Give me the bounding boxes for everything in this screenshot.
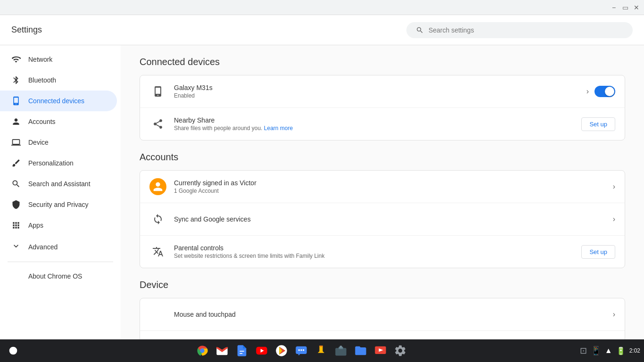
taskbar-app-keep[interactable]: [312, 341, 330, 360]
signed-in-action: ›: [613, 182, 615, 191]
mouse-title: Mouse and touchpad: [174, 311, 613, 318]
taskbar-app-docs[interactable]: [232, 341, 251, 360]
galaxy-subtitle: Enabled: [174, 92, 586, 99]
sync-action: ›: [613, 215, 615, 223]
brush-icon: [11, 158, 21, 168]
nearby-share-icon: [152, 118, 164, 130]
parental-title: Parental controls: [174, 244, 581, 252]
svg-point-2: [200, 348, 204, 353]
mouse-chevron: ›: [613, 310, 615, 319]
sidebar-advanced-label: Advanced: [28, 243, 58, 251]
sidebar-item-network[interactable]: Network: [0, 49, 117, 70]
parental-subtitle: Set website restrictions & screen time l…: [174, 253, 581, 259]
galaxy-action: ›: [586, 86, 615, 97]
sync-chevron: ›: [613, 215, 615, 223]
avatar-container: [149, 178, 166, 195]
search-icon: [416, 26, 424, 34]
avatar: [149, 178, 166, 195]
launcher-button[interactable]: [4, 341, 23, 360]
sidebar-item-advanced[interactable]: Advanced: [0, 236, 121, 258]
signed-in-chevron: ›: [613, 182, 615, 191]
taskbar-app-youtube[interactable]: [252, 341, 271, 360]
taskbar-app-gmail[interactable]: [213, 341, 231, 360]
minimize-button[interactable]: −: [610, 4, 618, 11]
expand-icon: [11, 241, 21, 252]
accounts-title: Accounts: [140, 152, 625, 163]
sidebar-accounts-label: Accounts: [28, 118, 56, 125]
maximize-button[interactable]: ▭: [621, 4, 629, 11]
accounts-card: Currently signed in as Victor 1 Google A…: [140, 170, 625, 268]
close-button[interactable]: ✕: [633, 4, 640, 11]
sidebar-item-connected-devices[interactable]: Connected devices: [0, 90, 117, 111]
keyboard-row[interactable]: Keyboard ›: [140, 331, 625, 339]
parental-content: Parental controls Set website restrictio…: [174, 244, 581, 259]
connected-devices-title: Connected devices: [140, 57, 625, 67]
main-content: Connected devices Galaxy M31s Enabled ›: [121, 45, 644, 339]
sync-icon: [152, 214, 164, 225]
body: Network Bluetooth Connected devices Acco…: [0, 45, 644, 339]
shield-icon: [11, 200, 21, 209]
svg-rect-11: [319, 346, 322, 347]
battery-icon: 🔋: [616, 346, 626, 355]
signed-in-row[interactable]: Currently signed in as Victor 1 Google A…: [140, 171, 625, 203]
galaxy-row[interactable]: Galaxy M31s Enabled ›: [140, 75, 625, 108]
device-section: Device Mouse and touchpad ›: [140, 280, 625, 339]
svg-point-10: [303, 349, 305, 351]
nearby-share-title: Nearby Share: [174, 116, 581, 124]
phone-icon: [152, 86, 164, 97]
sidebar-item-device[interactable]: Device: [0, 132, 117, 153]
mouse-content: Mouse and touchpad: [174, 311, 613, 318]
devices-icon: [11, 96, 21, 106]
sidebar-item-about[interactable]: About Chrome OS: [0, 266, 117, 287]
svg-rect-14: [340, 346, 342, 348]
sidebar-search-label: Search and Assistant: [28, 180, 91, 188]
parental-action: Set up: [581, 245, 615, 259]
svg-point-0: [9, 347, 17, 355]
sidebar-item-security-privacy[interactable]: Security and Privacy: [0, 194, 117, 215]
taskbar-app-chrome[interactable]: [193, 341, 212, 360]
sidebar-connected-label: Connected devices: [28, 97, 84, 105]
sidebar-item-bluetooth[interactable]: Bluetooth: [0, 70, 117, 90]
sidebar-security-label: Security and Privacy: [28, 201, 89, 208]
mouse-row[interactable]: Mouse and touchpad ›: [140, 298, 625, 331]
bluetooth-icon: [11, 75, 21, 85]
search-circle-icon: [11, 179, 21, 189]
galaxy-toggle[interactable]: [594, 86, 615, 97]
sidebar-item-apps[interactable]: Apps: [0, 215, 117, 236]
sync-row[interactable]: Sync and Google services ›: [140, 203, 625, 236]
taskbar-app-messages[interactable]: [292, 341, 311, 360]
sidebar-item-personalization[interactable]: Personalization: [0, 153, 117, 173]
nearby-share-setup-button[interactable]: Set up: [581, 117, 615, 131]
accounts-section: Accounts Currently signed in as Victor 1…: [140, 152, 625, 268]
phone-hub-icon: 📱: [591, 346, 601, 356]
sidebar-apps-label: Apps: [28, 222, 43, 229]
parental-row[interactable]: Parental controls Set website restrictio…: [140, 236, 625, 268]
connected-devices-section: Connected devices Galaxy M31s Enabled ›: [140, 57, 625, 140]
nearby-share-row[interactable]: Nearby Share Share files with people aro…: [140, 108, 625, 140]
person-icon: [11, 117, 21, 126]
mouse-icon-container: [149, 306, 166, 323]
app-container: Settings Network Bluetooth: [0, 15, 644, 362]
taskbar-app-play[interactable]: [272, 341, 291, 360]
taskbar-app-toolbox[interactable]: [331, 341, 350, 360]
parental-setup-button[interactable]: Set up: [581, 245, 615, 259]
sidebar-device-label: Device: [28, 139, 49, 146]
nearby-share-learn-more-link[interactable]: Learn more: [264, 125, 293, 132]
nearby-icon-container: [149, 115, 166, 132]
search-input[interactable]: [429, 26, 623, 34]
sidebar-bluetooth-label: Bluetooth: [28, 76, 56, 84]
about-icon: [11, 272, 21, 281]
svg-point-9: [300, 349, 302, 351]
signed-in-title: Currently signed in as Victor: [174, 179, 613, 187]
device-card: Mouse and touchpad › Keyboard ›: [140, 298, 625, 339]
taskbar-app-settings[interactable]: [391, 341, 410, 360]
parental-icon: [152, 246, 164, 257]
grid-icon: [11, 221, 21, 230]
taskbar-app-screencast[interactable]: [371, 341, 390, 360]
taskbar-app-files[interactable]: [351, 341, 370, 360]
parental-icon-container: [149, 243, 166, 260]
sidebar-item-accounts[interactable]: Accounts: [0, 111, 117, 132]
search-bar[interactable]: [406, 22, 633, 38]
taskbar-apps: [25, 341, 578, 360]
sidebar-item-search-assistant[interactable]: Search and Assistant: [0, 173, 117, 194]
